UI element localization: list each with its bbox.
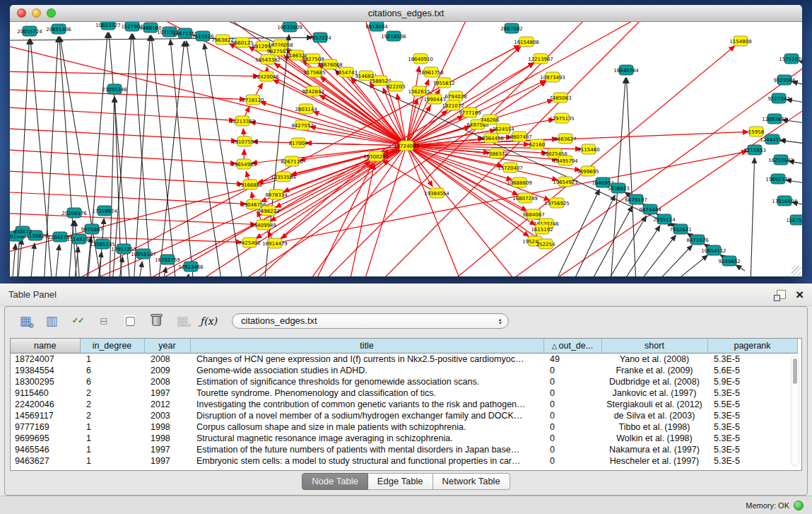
- table-cell-title[interactable]: Investigating the contribution of common…: [190, 399, 543, 410]
- table-cell-year[interactable]: 1998: [144, 433, 190, 444]
- table-cell-name[interactable]: 9777169: [11, 421, 80, 433]
- table-cell-out_degree[interactable]: 49: [543, 354, 601, 366]
- table-cell-out_degree[interactable]: 0: [543, 444, 601, 455]
- table-cell-title[interactable]: Tourette syndrome. Phenomenology and cla…: [190, 387, 543, 399]
- column-header-short[interactable]: short: [601, 339, 707, 354]
- close-window-button[interactable]: [17, 8, 26, 18]
- table-cell-year[interactable]: 1997: [144, 444, 190, 455]
- table-cell-short[interactable]: Tibbo et al. (1998): [601, 421, 707, 433]
- table-scrollbar[interactable]: [791, 355, 799, 467]
- function-builder-button[interactable]: ƒ(x): [199, 312, 218, 330]
- delete-table-button[interactable]: [147, 312, 165, 330]
- table-cell-pagerank[interactable]: 5.3E-5: [707, 410, 797, 421]
- table-cell-short[interactable]: Franke et al. (2009): [601, 365, 707, 376]
- table-cell-short[interactable]: Wolkin et al. (1998): [601, 433, 707, 444]
- column-settings-button[interactable]: ▦⚙: [16, 312, 35, 330]
- network-window-titlebar[interactable]: citations_edges.txt: [10, 5, 802, 22]
- tab-network-table[interactable]: Network Table: [433, 473, 510, 490]
- table-cell-pagerank[interactable]: 5.3E-5: [707, 421, 797, 433]
- table-cell-short[interactable]: Hescheler et al. (1997): [601, 455, 707, 467]
- table-selector[interactable]: citations_edges.txt ▴▾: [232, 313, 509, 329]
- column-header-in_degree[interactable]: in_degree: [80, 339, 144, 354]
- table-row[interactable]: 1872400712008Changes of HCN gene express…: [11, 354, 797, 366]
- table-cell-out_degree[interactable]: 0: [543, 387, 601, 399]
- table-cell-name[interactable]: 9115460: [11, 387, 80, 399]
- table-cell-title[interactable]: Genome-wide association studies in ADHD.: [190, 365, 543, 376]
- table-cell-title[interactable]: Corpus callosum shape and size in male p…: [190, 421, 543, 433]
- network-canvas[interactable]: 1872400779638229660125891295518226058982…: [10, 22, 802, 276]
- table-row[interactable]: 946362711997Embryonic stem cells: a mode…: [11, 455, 797, 467]
- table-cell-name[interactable]: 22420046: [11, 399, 80, 410]
- new-table-button[interactable]: ▢: [121, 312, 139, 330]
- table-cell-title[interactable]: Embryonic stem cells: a model to study s…: [190, 455, 543, 467]
- table-cell-out_degree[interactable]: 0: [543, 455, 601, 467]
- table-cell-name[interactable]: 14569117: [11, 410, 80, 421]
- table-row[interactable]: 1456911722003Disruption of a novel membe…: [11, 410, 797, 421]
- table-row[interactable]: 946554611997Estimation of the future num…: [11, 444, 797, 455]
- table-cell-year[interactable]: 1998: [144, 421, 190, 433]
- show-all-columns-button[interactable]: ✓✓: [69, 312, 87, 330]
- table-cell-short[interactable]: de Silva et al. (2003): [601, 410, 707, 421]
- column-header-out_degree[interactable]: △out_de...: [543, 339, 601, 354]
- tab-node-table[interactable]: Node Table: [302, 473, 368, 490]
- table-row[interactable]: 911546021997Tourette syndrome. Phenomeno…: [11, 387, 797, 399]
- resize-grip-icon[interactable]: [792, 266, 801, 276]
- table-cell-short[interactable]: Jankovic et al. (1997): [601, 387, 707, 399]
- table-cell-year[interactable]: 2012: [144, 399, 190, 410]
- table-cell-name[interactable]: 9463627: [11, 455, 80, 467]
- table-cell-in_degree[interactable]: 2: [80, 410, 144, 421]
- tab-edge-table[interactable]: Edge Table: [368, 473, 433, 490]
- table-cell-title[interactable]: Disruption of a novel member of a sodium…: [190, 410, 543, 421]
- table-row[interactable]: 2242004622012Investigating the contribut…: [11, 399, 797, 410]
- table-cell-out_degree[interactable]: 0: [543, 365, 601, 376]
- table-cell-year[interactable]: 1997: [144, 387, 190, 399]
- table-cell-year[interactable]: 2008: [144, 376, 190, 387]
- table-cell-in_degree[interactable]: 2: [80, 387, 144, 399]
- select-columns-button[interactable]: ▥: [42, 312, 61, 330]
- table-cell-name[interactable]: 9465546: [11, 444, 80, 455]
- toggle-rows-button[interactable]: ▯▯: [95, 312, 113, 330]
- table-row[interactable]: 969969511998Structural magnetic resonanc…: [11, 433, 797, 444]
- table-cell-out_degree[interactable]: 0: [543, 410, 601, 421]
- table-cell-out_degree[interactable]: 0: [543, 399, 601, 410]
- column-header-title[interactable]: title: [190, 339, 543, 354]
- table-cell-in_degree[interactable]: 1: [80, 455, 144, 467]
- table-cell-in_degree[interactable]: 1: [80, 433, 144, 444]
- table-cell-in_degree[interactable]: 1: [80, 354, 144, 366]
- table-cell-short[interactable]: Stergiakouli et al. (2012): [601, 399, 707, 410]
- table-cell-year[interactable]: 1997: [144, 455, 190, 467]
- table-cell-title[interactable]: Changes of HCN gene expression and I(f) …: [190, 354, 543, 366]
- table-cell-in_degree[interactable]: 6: [80, 365, 144, 376]
- table-cell-pagerank[interactable]: 5.5E-5: [707, 399, 797, 410]
- column-header-name[interactable]: name: [11, 339, 80, 354]
- table-cell-pagerank[interactable]: 5.3E-5: [707, 433, 797, 444]
- table-cell-short[interactable]: Dudbridge et al. (2008): [601, 376, 707, 387]
- table-cell-in_degree[interactable]: 1: [80, 421, 144, 433]
- zoom-window-button[interactable]: [47, 8, 56, 18]
- table-cell-pagerank[interactable]: 5.3E-5: [707, 455, 797, 467]
- table-cell-name[interactable]: 9699695: [11, 433, 80, 444]
- table-row[interactable]: 1830029562008Estimation of significance …: [11, 376, 797, 387]
- table-cell-pagerank[interactable]: 5.6E-5: [707, 365, 797, 376]
- table-cell-name[interactable]: 18724007: [11, 354, 80, 366]
- table-cell-name[interactable]: 18300295: [11, 376, 80, 387]
- column-header-year[interactable]: year: [144, 339, 190, 354]
- table-scrollbar-thumb[interactable]: [793, 358, 797, 384]
- table-cell-title[interactable]: Estimation of significance thresholds fo…: [190, 376, 543, 387]
- table-cell-year[interactable]: 2008: [144, 354, 190, 366]
- minimize-window-button[interactable]: [32, 8, 41, 18]
- table-cell-out_degree[interactable]: 0: [543, 433, 601, 444]
- table-cell-title[interactable]: Structural magnetic resonance image aver…: [190, 433, 543, 444]
- table-cell-pagerank[interactable]: 5.9E-5: [707, 376, 797, 387]
- table-cell-out_degree[interactable]: 0: [543, 421, 601, 433]
- table-cell-in_degree[interactable]: 1: [80, 444, 144, 455]
- table-row[interactable]: 1938455462009Genome-wide association stu…: [11, 365, 797, 376]
- table-row[interactable]: 977716911998Corpus callosum shape and si…: [11, 421, 797, 433]
- table-cell-in_degree[interactable]: 2: [80, 399, 144, 410]
- table-cell-year[interactable]: 2003: [144, 410, 190, 421]
- table-cell-title[interactable]: Estimation of the future numbers of pati…: [190, 444, 543, 455]
- import-table-button[interactable]: ▦×: [173, 312, 192, 330]
- table-cell-pagerank[interactable]: 5.3E-5: [707, 387, 797, 399]
- table-cell-out_degree[interactable]: 0: [543, 376, 601, 387]
- close-panel-icon[interactable]: ×: [796, 290, 804, 300]
